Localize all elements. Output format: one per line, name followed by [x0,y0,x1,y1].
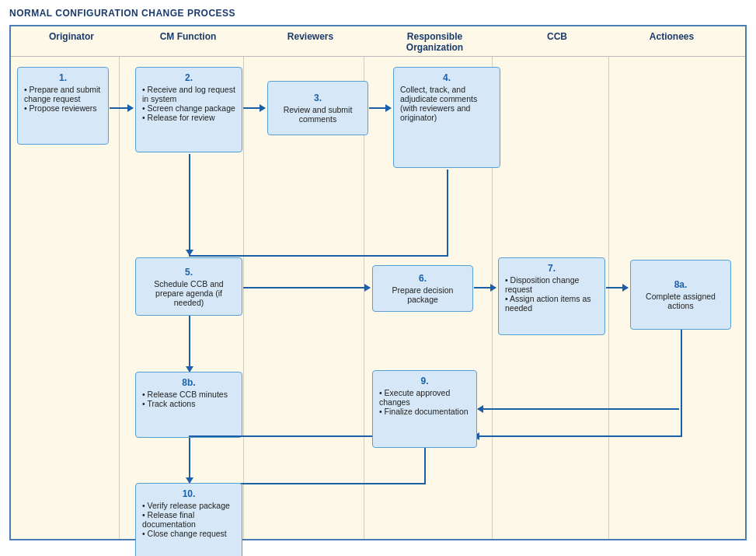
lane-reviewers [244,57,364,539]
lane-resp-org [364,57,493,539]
col-header-ccb: CCB [499,31,615,53]
lane-actionees [609,57,722,539]
column-headers: Originator CM Function Reviewers Respons… [11,26,745,57]
swim-lanes [11,57,745,539]
page-title: NORMAL CONFIGURATION CHANGE PROCESS [9,8,747,19]
diagram: Originator CM Function Reviewers Respons… [9,25,747,540]
lane-cm [120,57,244,539]
col-header-reviewers: Reviewers [250,31,371,53]
col-header-resp-org: ResponsibleOrganization [371,31,499,53]
lane-ccb [493,57,609,539]
col-header-originator: Originator [17,31,126,53]
col-header-actionees: Actionees [615,31,728,53]
col-header-cm: CM Function [126,31,250,53]
lane-originator [11,57,120,539]
page: NORMAL CONFIGURATION CHANGE PROCESS Orig… [0,0,756,548]
